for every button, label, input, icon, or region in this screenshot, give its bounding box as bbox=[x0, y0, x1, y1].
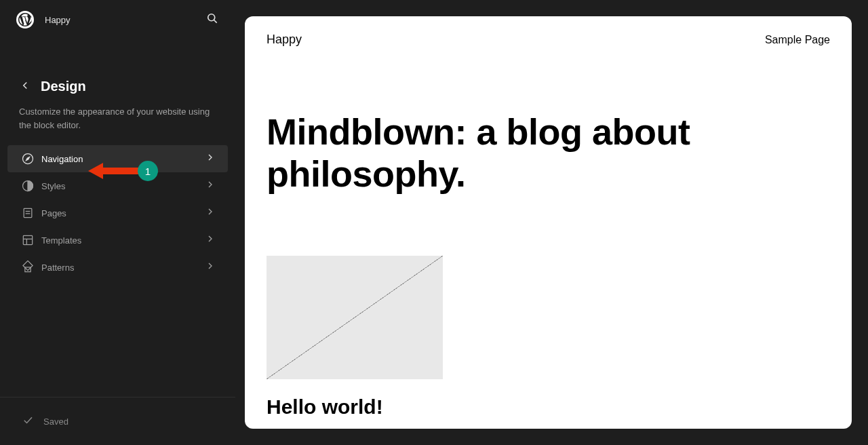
preview-frame[interactable]: Happy Sample Page Mindblown: a blog abou… bbox=[245, 16, 852, 429]
menu-label: Styles bbox=[41, 181, 205, 191]
hero-title: Mindblown: a blog about philosophy. bbox=[245, 63, 852, 208]
chevron-right-icon bbox=[205, 152, 216, 166]
post-title[interactable]: Hello world! bbox=[267, 395, 427, 419]
post-card: Hello world! Welcome to WordPress. This … bbox=[245, 208, 448, 429]
section-description: Customize the appearance of your website… bbox=[0, 94, 235, 145]
menu-item-patterns[interactable]: Patterns bbox=[7, 254, 228, 281]
svg-rect-8 bbox=[23, 235, 32, 244]
menu-label: Patterns bbox=[41, 263, 205, 273]
check-icon bbox=[22, 414, 34, 429]
menu-item-pages[interactable]: Pages bbox=[7, 199, 228, 227]
menu-label: Pages bbox=[41, 208, 205, 218]
menu-label: Navigation bbox=[41, 154, 205, 164]
main-preview-area: Happy Sample Page Mindblown: a blog abou… bbox=[235, 0, 868, 445]
menu-item-styles[interactable]: Styles bbox=[7, 172, 228, 199]
menu-item-navigation[interactable]: Navigation bbox=[7, 145, 228, 172]
svg-rect-5 bbox=[24, 208, 32, 217]
preview-site-title[interactable]: Happy bbox=[267, 33, 302, 47]
svg-marker-3 bbox=[26, 157, 30, 161]
status-bar: Saved bbox=[0, 397, 235, 445]
section-title: Design bbox=[41, 79, 86, 94]
chevron-right-icon bbox=[205, 206, 216, 220]
sidebar: Happy Design Customize the appearance of… bbox=[0, 0, 235, 445]
site-name[interactable]: Happy bbox=[45, 15, 71, 25]
svg-line-1 bbox=[214, 20, 217, 23]
section-header: Design bbox=[0, 39, 235, 94]
templates-icon bbox=[20, 232, 36, 248]
chevron-right-icon bbox=[205, 233, 216, 247]
search-icon[interactable] bbox=[205, 12, 219, 28]
svg-point-0 bbox=[208, 14, 215, 21]
chevron-right-icon bbox=[205, 260, 216, 274]
saved-status: Saved bbox=[43, 417, 68, 427]
chevron-right-icon bbox=[205, 179, 216, 193]
back-icon[interactable] bbox=[19, 79, 31, 94]
wordpress-logo[interactable] bbox=[16, 11, 34, 28]
post-image-placeholder bbox=[267, 256, 443, 379]
preview-nav-link[interactable]: Sample Page bbox=[765, 34, 830, 46]
svg-rect-11 bbox=[23, 260, 33, 270]
compass-icon bbox=[20, 151, 36, 167]
pages-icon bbox=[20, 205, 36, 221]
site-header: Happy Sample Page bbox=[245, 16, 852, 63]
patterns-icon bbox=[20, 259, 36, 275]
styles-icon bbox=[20, 178, 36, 194]
menu-label: Templates bbox=[41, 235, 205, 246]
menu-item-templates[interactable]: Templates bbox=[7, 227, 228, 254]
menu-list: Navigation Styles Pages bbox=[0, 145, 235, 281]
top-bar: Happy bbox=[0, 0, 235, 39]
